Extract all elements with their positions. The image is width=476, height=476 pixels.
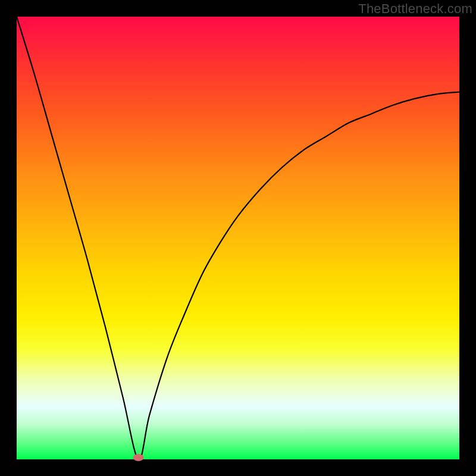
minimum-marker [133, 454, 144, 461]
watermark-text: TheBottleneck.com [358, 1, 472, 17]
plot-area [17, 17, 459, 459]
chart-frame: TheBottleneck.com [0, 0, 476, 476]
bottleneck-curve [17, 17, 459, 459]
chart-svg [17, 17, 459, 459]
